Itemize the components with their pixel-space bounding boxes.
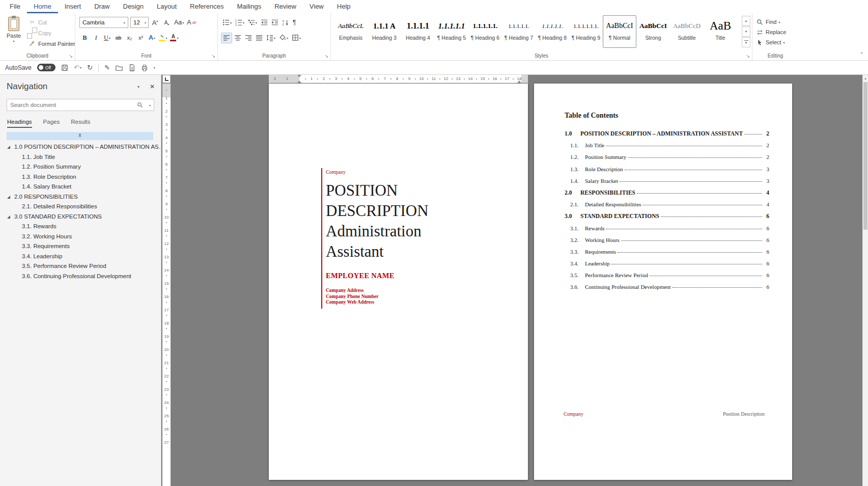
navigation-close-icon[interactable]: ✕ — [150, 83, 155, 90]
nav-heading-item[interactable]: 3.5. Performance Review Period — [0, 261, 161, 272]
multilevel-list-button[interactable]: ▾ — [246, 17, 259, 28]
ribbon-tab-mailings[interactable]: Mailings — [231, 0, 268, 13]
scroll-up-icon[interactable]: ▲ — [863, 75, 868, 82]
chevron-down-icon[interactable]: ▾ — [154, 36, 155, 40]
nav-tab-results[interactable]: Results — [71, 119, 90, 128]
tab-stop-selector[interactable] — [162, 75, 171, 83]
vertical-scrollbar[interactable]: ▲ — [862, 75, 868, 486]
collapse-ribbon-icon[interactable]: ^ — [860, 51, 863, 57]
autosave-toggle[interactable]: Off — [37, 64, 55, 71]
toc-entry[interactable]: 3.0STANDARD EXPECTATIONS6 — [565, 213, 769, 225]
underline-button[interactable]: U▾ — [102, 33, 113, 43]
bullets-button[interactable]: ▾ — [221, 17, 233, 28]
nav-heading-item[interactable]: 1.4. Salary Bracket — [0, 182, 161, 192]
borders-button[interactable]: ▾ — [290, 33, 302, 43]
chevron-down-icon[interactable]: ▾ — [121, 17, 128, 28]
font-size-combo[interactable]: 12▾ — [130, 17, 149, 28]
toc-entry[interactable]: 3.6.Continuing Professional Development6 — [565, 284, 769, 295]
decrease-indent-button[interactable] — [259, 17, 269, 28]
nav-heading-item[interactable]: 3.2. Working Hours — [0, 232, 161, 242]
font-name-combo[interactable]: Cambria▾ — [79, 17, 128, 28]
style-item-2[interactable]: 1.1.1 AHeading 3 — [368, 15, 401, 48]
first-line-indent-marker[interactable] — [297, 75, 301, 77]
nav-heading-item[interactable]: 3.1. Rewards — [0, 222, 161, 232]
scrollbar-thumb[interactable] — [863, 82, 867, 230]
nav-heading-item[interactable]: 3.6. Continuing Professional Development — [0, 272, 161, 282]
ribbon-tab-draw[interactable]: Draw — [88, 0, 116, 13]
style-item-3[interactable]: 1.1.1.1Heading 4 — [401, 15, 435, 48]
align-center-button[interactable] — [233, 33, 243, 43]
ribbon-tab-file[interactable]: File — [3, 0, 27, 13]
italic-button[interactable]: I — [91, 33, 101, 43]
styles-dialog-launcher[interactable]: ↘ — [746, 53, 750, 59]
chevron-down-icon[interactable]: ▾ — [143, 17, 148, 28]
document-page-1[interactable]: Company POSITION DESCRIPTION Administrat… — [269, 84, 528, 480]
customize-toolbar-button[interactable]: ▾ — [154, 66, 155, 69]
toc-entry[interactable]: 3.4.Leadership6 — [565, 260, 769, 272]
style-item-6[interactable]: 1.1.1.1.1.¶ Heading 7 — [502, 15, 536, 48]
style-item-9[interactable]: AaBbCcI¶ Normal — [603, 15, 636, 48]
redo-button[interactable]: ↻ — [87, 64, 93, 71]
sort-button[interactable]: AZ — [281, 17, 291, 28]
style-item-5[interactable]: 1.1.1.1.1.¶ Heading 6 — [468, 15, 502, 48]
chevron-down-icon[interactable]: ▾ — [165, 36, 167, 40]
justify-button[interactable] — [254, 33, 264, 43]
increase-indent-button[interactable] — [270, 17, 280, 28]
style-item-1[interactable]: AaBbCcLEmphasis — [334, 15, 368, 48]
toc-entry[interactable]: 1.3.Role Description3 — [565, 166, 769, 178]
nav-heading-item[interactable]: 2.1. Detailed Responsibilities — [0, 202, 161, 212]
font-dialog-launcher[interactable]: ↘ — [211, 53, 215, 59]
subscript-button[interactable]: x₂ — [124, 33, 135, 43]
toc-entry[interactable]: 2.0RESPONSIBILITIES4 — [565, 190, 769, 201]
search-input[interactable] — [7, 102, 137, 108]
gallery-down-icon[interactable]: ▼ — [742, 26, 750, 37]
style-item-10[interactable]: AaBbCcIStrong — [636, 15, 670, 48]
copy-button[interactable]: Copy — [26, 28, 77, 38]
new-document-button[interactable] — [128, 64, 135, 71]
highlight-color-button[interactable]: ✎▾ — [158, 33, 169, 43]
ribbon-tab-references[interactable]: References — [183, 0, 230, 13]
nav-heading-item[interactable]: 3.4. Leadership — [0, 252, 161, 262]
vertical-ruler[interactable]: 1234567891011121314151617181920212223242… — [162, 84, 171, 486]
clear-formatting-button[interactable]: A — [186, 17, 197, 28]
ribbon-tab-review[interactable]: Review — [268, 0, 303, 13]
ribbon-tab-insert[interactable]: Insert — [58, 0, 88, 13]
toc-entry[interactable]: 1.2.Position Summary2 — [565, 154, 769, 166]
grow-font-button[interactable]: A▴ — [150, 17, 160, 28]
nav-heading-item[interactable]: 1.0 POSITION DESCRIPTION – ADMINISTRATIO… — [0, 142, 161, 152]
ribbon-tab-design[interactable]: Design — [117, 0, 150, 13]
document-page-2[interactable]: Table of Contents 1.0POSITION DESCRIPTIO… — [534, 84, 792, 480]
nav-heading-item[interactable]: 3.3. Requirements — [0, 241, 161, 252]
expand-collapse-icon[interactable] — [7, 215, 10, 219]
style-item-7[interactable]: 1.1.1.1.1.¶ Heading 8 — [536, 15, 569, 48]
paste-button[interactable]: Paste ▾ — [3, 16, 25, 50]
search-options-icon[interactable]: ▾ — [146, 103, 154, 107]
cut-button[interactable]: ✂Cut — [26, 17, 77, 28]
align-right-button[interactable] — [243, 33, 254, 43]
nav-heading-item[interactable]: 2.0 RESPONSIBILITIES — [0, 192, 161, 202]
style-item-11[interactable]: AaBbCcDSubtitle — [670, 15, 704, 48]
nav-heading-item[interactable]: 1.1. Job Title — [0, 152, 161, 163]
nav-heading-item[interactable]: 3.0 STANDARD EXPECTATIONS — [0, 212, 161, 222]
navigation-options-icon[interactable]: ▾ — [137, 85, 139, 89]
gallery-up-icon[interactable]: ▲ — [742, 16, 750, 26]
style-item-4[interactable]: 1.1.1.1.1¶ Heading 5 — [435, 15, 468, 48]
search-icon[interactable] — [137, 102, 146, 108]
ribbon-tab-view[interactable]: View — [303, 0, 330, 13]
nav-current-selection[interactable]: ⊼ — [7, 132, 153, 140]
select-button[interactable]: Select▾ — [757, 38, 785, 47]
nav-heading-item[interactable]: 1.3. Role Description — [0, 172, 161, 182]
nav-tab-pages[interactable]: Pages — [43, 119, 60, 128]
paragraph-dialog-launcher[interactable]: ↘ — [324, 53, 328, 59]
ribbon-tab-help[interactable]: Help — [330, 0, 357, 13]
open-button[interactable] — [116, 64, 123, 71]
document-canvas[interactable]: 21123456789101112131415161718 Company PO… — [172, 75, 862, 486]
toc-entry[interactable]: 3.3.Requirements6 — [565, 249, 769, 260]
clipboard-dialog-launcher[interactable]: ↘ — [69, 53, 73, 59]
toc-entry[interactable]: 1.1.Job Title2 — [565, 142, 769, 154]
align-left-button[interactable] — [221, 33, 232, 43]
superscript-button[interactable]: x² — [135, 33, 146, 43]
toc-entry[interactable]: 2.1.Detailed Responsibilities4 — [565, 201, 769, 213]
replace-button[interactable]: Replace — [757, 28, 786, 37]
undo-button[interactable]: ↶▾ — [74, 64, 81, 71]
